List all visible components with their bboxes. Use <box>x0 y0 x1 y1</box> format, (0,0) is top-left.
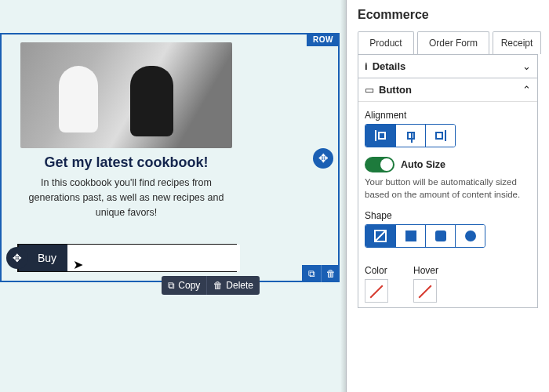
button-icon: ▭ <box>365 84 374 96</box>
shape-square-button[interactable] <box>395 225 425 247</box>
delete-button[interactable]: 🗑 Delete <box>206 276 260 295</box>
element-toolbar: ⧉ Copy 🗑 Delete <box>162 276 260 295</box>
product-accordion: i Details ⌄ ▭ Button ⌃ Alignment <box>358 54 538 308</box>
delete-label: Delete <box>226 280 253 291</box>
headline-text[interactable]: Get my latest cookbook! <box>13 154 240 171</box>
row-operations: ⧉ 🗑 <box>302 265 340 282</box>
shape-segment <box>365 224 485 248</box>
trash-icon: 🗑 <box>213 280 223 291</box>
square-icon <box>405 230 416 241</box>
align-right-icon <box>435 130 446 141</box>
color-swatch[interactable] <box>365 279 388 303</box>
auto-size-help: Your button will be automatically sized … <box>365 176 531 201</box>
button-section-body: Alignment Auto Size Your button will be … <box>358 101 537 307</box>
buy-button-selection[interactable]: Buy <box>17 244 237 272</box>
copy-icon: ⧉ <box>168 280 175 291</box>
details-label: Details <box>373 60 522 72</box>
buy-button[interactable]: Buy <box>19 245 240 271</box>
tab-receipt[interactable]: Receipt <box>493 31 541 54</box>
shape-label: Shape <box>365 210 531 221</box>
shape-outline-icon <box>374 230 387 242</box>
button-label: Button <box>379 84 522 96</box>
copy-label: Copy <box>178 280 200 291</box>
tab-order-form[interactable]: Order Form <box>417 31 489 54</box>
chevron-up-icon: ⌃ <box>522 84 531 96</box>
details-section-header[interactable]: i Details ⌄ <box>358 55 537 78</box>
shape-outline-button[interactable] <box>365 225 395 247</box>
alignment-label: Alignment <box>365 110 531 121</box>
circle-icon <box>465 230 476 241</box>
rounded-square-icon <box>435 230 446 241</box>
sidebar-tabs: Product Order Form Receipt <box>347 22 549 54</box>
cursor-icon: ➤ <box>73 257 83 272</box>
align-left-button[interactable] <box>365 125 395 147</box>
chevron-down-icon: ⌄ <box>522 60 531 72</box>
info-icon: i <box>365 60 368 72</box>
drag-handle-icon[interactable]: ✥ <box>6 247 28 269</box>
shape-circle-button[interactable] <box>455 225 485 247</box>
editor-canvas: ROW Get my latest cookbook! In this cook… <box>0 0 346 392</box>
move-handle-icon[interactable]: ✥ <box>313 148 333 169</box>
button-section-header[interactable]: ▭ Button ⌃ <box>358 78 537 101</box>
delete-row-button[interactable]: 🗑 <box>321 265 340 282</box>
hero-image[interactable] <box>20 42 232 148</box>
properties-sidebar: Ecommerce Product Order Form Receipt i D… <box>346 0 549 392</box>
align-left-icon <box>375 130 386 141</box>
alignment-segment <box>365 124 456 147</box>
sub-text[interactable]: In this cookbook you'll find recipes fro… <box>13 176 240 227</box>
buy-button-wrapper: ✥ Buy ➤ <box>6 244 237 272</box>
row-tag: ROW <box>307 33 340 46</box>
align-right-button[interactable] <box>425 125 455 147</box>
align-center-icon <box>407 132 415 140</box>
shape-rounded-button[interactable] <box>425 225 455 247</box>
hover-swatch[interactable] <box>413 279 437 303</box>
auto-size-toggle[interactable] <box>365 157 394 172</box>
auto-size-label: Auto Size <box>401 159 445 170</box>
buy-button-label: Buy <box>38 252 56 264</box>
hover-label: Hover <box>413 265 438 276</box>
tab-product[interactable]: Product <box>358 31 414 54</box>
svg-line-1 <box>376 231 385 241</box>
row-block[interactable]: ROW Get my latest cookbook! In this cook… <box>0 33 340 282</box>
color-label: Color <box>365 265 388 276</box>
content-column[interactable]: Get my latest cookbook! In this cookbook… <box>5 34 248 227</box>
duplicate-row-button[interactable]: ⧉ <box>302 265 321 282</box>
panel-title: Ecommerce <box>347 0 549 22</box>
align-center-button[interactable] <box>395 125 425 147</box>
copy-button[interactable]: ⧉ Copy <box>162 276 206 295</box>
